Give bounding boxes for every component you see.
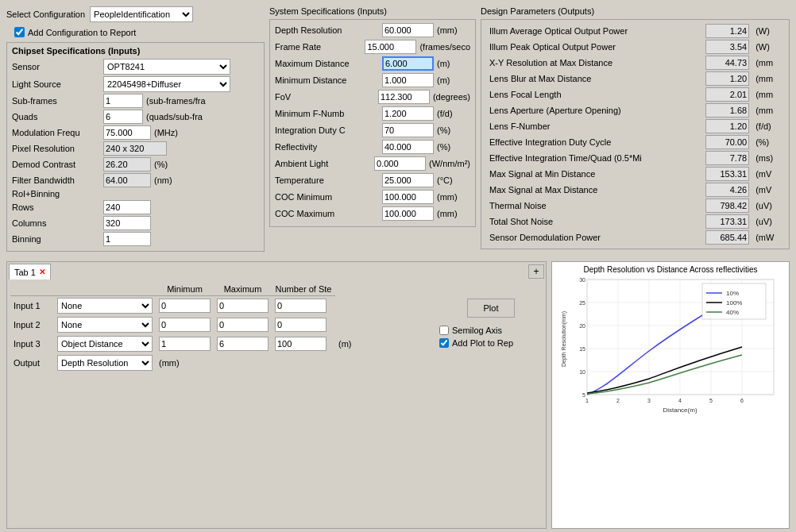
coc-min-label: COC Minimum [275,192,382,202]
input3-unit: (m) [338,339,352,349]
svg-text:40%: 40% [726,309,739,316]
output-label: Output [14,358,40,368]
table-row: Lens F-Number (f/d) [486,118,784,134]
input2-label: Input 2 [14,320,41,330]
dp-shot-noise-unit: (uV) [752,214,784,229]
coc-min-input[interactable] [382,190,434,204]
frame-rate-unit: (frames/seco [419,42,470,52]
input1-dropdown[interactable]: None [57,298,153,314]
dp-max-sig-max-unit: (mV [752,182,784,198]
binning-input[interactable] [103,232,151,246]
sub-frames-input[interactable] [103,94,143,108]
table-row: X-Y Resolution at Max Distance (mm [486,55,784,71]
min-fnum-label: Minimum F-Numb [275,109,382,118]
depth-res-sys-input[interactable] [382,23,434,37]
quads-input[interactable] [103,110,143,124]
tab-1[interactable]: Tab 1 ✕ [9,264,51,279]
int-duty-input[interactable] [382,123,434,137]
plot-button[interactable]: Plot [467,299,515,318]
dp-lens-aperture-label: Lens Aperture (Aperture Opening) [486,102,689,118]
input2-min[interactable] [159,318,211,332]
input2-dropdown[interactable]: None [57,317,153,333]
mod-freq-input[interactable] [103,125,151,140]
output-dropdown[interactable]: Depth Resolution [57,355,153,371]
input1-steps[interactable] [275,299,327,313]
min-dist-input[interactable] [382,73,434,87]
min-fnum-input[interactable] [382,106,434,121]
dp-thermal-noise-label: Thermal Noise [486,198,689,214]
depth-res-sys-unit: (mm) [437,25,458,35]
svg-text:3: 3 [647,398,651,403]
reflectivity-input[interactable] [382,140,434,154]
th-blank [10,283,54,296]
input2-max[interactable] [217,318,269,332]
depth-resolution-chart: 30 25 20 15 10 5 1 2 3 4 5 6 Distance(m)… [559,276,782,414]
columns-label: Columns [12,218,103,228]
input3-dropdown[interactable]: Object Distance [57,336,153,352]
fov-input[interactable] [378,90,430,104]
max-dist-input[interactable] [382,56,434,71]
input1-row: Input 1 None [10,296,436,316]
dp-sensor-demod-label: Sensor Demodulation Power [486,229,689,245]
input1-min[interactable] [159,299,211,313]
frame-rate-input[interactable] [365,40,416,54]
filter-bw-unit: (nm) [154,175,172,185]
sensor-dropdown[interactable]: OPT8241 [103,59,230,75]
int-duty-label: Integration Duty C [275,125,382,135]
filter-bw-label: Filter Bandwidth [12,175,103,185]
tab-1-close[interactable]: ✕ [39,268,45,276]
temperature-input[interactable] [382,173,434,187]
input1-max[interactable] [217,299,269,313]
add-config-checkbox[interactable] [14,27,25,37]
dp-shot-noise-label: Total Shot Noise [486,214,689,229]
demod-contrast-label: Demod Contrast [12,160,103,169]
add-plot-checkbox[interactable] [439,338,449,348]
table-row: Effective Integration Time/Quad (0.5*Mi … [486,150,784,166]
ambient-light-input[interactable] [374,156,426,171]
coc-min-unit: (mm) [437,192,458,202]
input2-steps[interactable] [275,318,327,332]
dp-eff-duty-unit: (%) [752,134,784,150]
table-row: Illum Average Optical Output Power (W) [486,23,784,39]
reflectivity-unit: (%) [437,142,450,152]
int-duty-unit: (%) [437,125,450,135]
table-row: Thermal Noise (uV) [486,198,784,214]
svg-text:5: 5 [709,398,713,403]
select-config-dropdown[interactable]: PeopleIdentification [90,6,193,22]
input3-max[interactable] [217,337,269,351]
light-source-dropdown[interactable]: 22045498+Diffuser [103,76,230,92]
svg-text:5: 5 [582,392,585,398]
input1-label: Input 1 [14,301,41,310]
dp-fnum-val [705,119,749,133]
coc-max-input[interactable] [382,206,434,221]
semilog-checkbox[interactable] [439,326,449,335]
sensor-label: Sensor [12,62,103,71]
dp-eff-int-time-unit: (ms) [752,150,784,166]
light-source-label: Light Source [12,79,103,89]
input3-steps[interactable] [275,337,327,351]
svg-text:4: 4 [678,398,682,403]
frame-rate-label: Frame Rate [275,42,365,52]
input3-min[interactable] [159,337,211,351]
dp-shot-noise-val [705,214,749,229]
min-fnum-unit: (f/d) [437,109,453,118]
add-plot-label: Add Plot to Rep [452,338,513,348]
binning-label: Binning [12,234,103,244]
svg-text:100%: 100% [726,299,742,306]
rows-input[interactable] [103,200,151,214]
dp-xy-res-val [705,56,749,70]
columns-input[interactable] [103,216,151,230]
svg-text:30: 30 [579,277,585,283]
quads-label: Quads [12,112,103,121]
system-specs-title: System Specifications (Inputs) [269,6,476,16]
dp-thermal-noise-unit: (uV) [752,198,784,214]
min-dist-label: Minimum Distance [275,75,382,85]
dp-xy-res-unit: (mm [752,55,784,71]
design-params-title: Design Parameters (Outputs) [481,6,790,16]
fov-unit: (degrees) [433,92,470,102]
dp-fnum-unit: (f/d) [752,118,784,134]
dp-sensor-demod-unit: (mW [752,229,784,245]
demod-contrast-input [103,157,151,172]
min-dist-unit: (m) [437,75,450,85]
add-tab-button[interactable]: + [528,264,544,279]
